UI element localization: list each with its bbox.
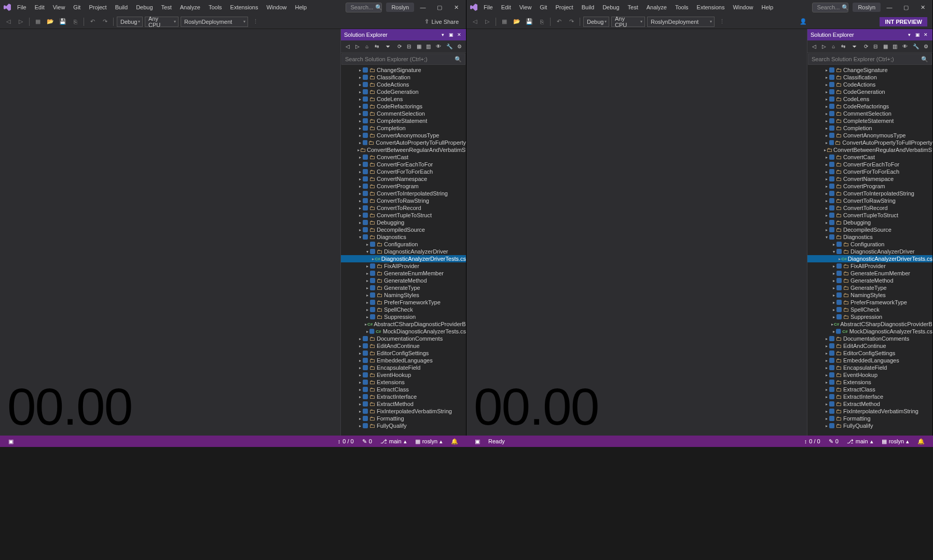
menu-help[interactable]: Help [292, 3, 311, 12]
expand-chevron-icon[interactable]: ▸ [831, 300, 836, 305]
expand-chevron-icon[interactable]: ▸ [824, 213, 829, 218]
tree-file[interactable]: ▸C#DiagnosticAnalyzerDriverTests.cs [341, 255, 466, 262]
menu-test[interactable]: Test [158, 3, 175, 12]
tree-folder[interactable]: ▸🗀ConvertAutoPropertyToFullProperty [341, 139, 466, 146]
menu-help[interactable]: Help [758, 3, 777, 12]
expand-chevron-icon[interactable]: ▸ [358, 220, 363, 225]
tree-folder[interactable]: ▸🗀ConvertForEachToFor [807, 161, 932, 168]
tree-file[interactable]: ▸C#AbstractCSharpDiagnosticProviderBased… [807, 320, 932, 328]
expand-chevron-icon[interactable]: ▸ [824, 90, 829, 94]
platform-dropdown[interactable]: Any CPU [145, 17, 179, 27]
expand-chevron-icon[interactable]: ▸ [831, 264, 836, 269]
tree-folder[interactable]: ▸🗀FixInterpolatedVerbatimString [341, 408, 466, 415]
expand-chevron-icon[interactable]: ▸ [824, 344, 829, 348]
tree-folder[interactable]: ▸🗀FixInterpolatedVerbatimString [807, 408, 932, 415]
tree-folder[interactable]: ▸🗀DocumentationComments [341, 335, 466, 342]
menu-window[interactable]: Window [263, 3, 290, 12]
expand-chevron-icon[interactable]: ▸ [365, 300, 370, 305]
menu-extensions[interactable]: Extensions [227, 3, 262, 12]
tree-folder[interactable]: ▸🗀Completion [341, 124, 466, 132]
branch-indicator[interactable]: ⎇ main ▴ [843, 438, 877, 445]
tree-file[interactable]: ▸C#MockDiagnosticAnalyzerTests.cs [807, 328, 932, 335]
expand-chevron-icon[interactable]: ▸ [358, 97, 363, 102]
back-icon[interactable]: ◁ [809, 42, 819, 51]
tree-folder[interactable]: ▸🗀GenerateMethod [341, 277, 466, 284]
expand-chevron-icon[interactable]: ▸ [831, 286, 836, 290]
fwd-icon[interactable]: ▷ [353, 42, 362, 51]
tree-folder[interactable]: ▸🗀Formatting [341, 415, 466, 422]
overflow-button[interactable]: ⋮ [717, 17, 727, 27]
tree-folder[interactable]: ▸🗀Classification [807, 74, 932, 81]
expand-chevron-icon[interactable]: ▸ [824, 387, 829, 392]
expand-chevron-icon[interactable]: ▸ [358, 344, 363, 348]
expand-chevron-icon[interactable]: ▸ [831, 271, 836, 276]
tree-folder[interactable]: ▸🗀CompleteStatement [807, 117, 932, 124]
pin-icon[interactable]: ▣ [447, 31, 455, 38]
tree-folder[interactable]: ▸🗀EditorConfigSettings [341, 349, 466, 357]
expand-chevron-icon[interactable]: ▸ [824, 366, 829, 370]
collapse-icon[interactable]: ⊟ [871, 42, 880, 51]
back-button[interactable]: ◁ [470, 17, 480, 27]
new-project-button[interactable]: ▦ [499, 17, 510, 27]
menu-build[interactable]: Build [578, 3, 598, 12]
tree-folder[interactable]: ▸🗀Extensions [807, 379, 932, 386]
tree-folder[interactable]: ▸🗀CommentSelection [341, 110, 466, 117]
overflow-button[interactable]: ⋮ [250, 17, 260, 27]
expand-chevron-icon[interactable]: ▸ [358, 387, 363, 392]
expand-chevron-icon[interactable]: ▸ [824, 68, 829, 73]
settings-icon[interactable]: ⚙ [455, 42, 464, 51]
tree-folder[interactable]: ▸🗀EmbeddedLanguages [341, 357, 466, 364]
platform-dropdown[interactable]: Any CPU [611, 17, 645, 27]
tree-folder[interactable]: ▸🗀EncapsulateField [807, 364, 932, 371]
dropdown-icon[interactable]: ▾ [439, 31, 446, 38]
tree-folder[interactable]: ▸🗀CodeRefactorings [807, 103, 932, 110]
expand-chevron-icon[interactable]: ▸ [824, 358, 829, 363]
title-search[interactable]: Search...🔍 [812, 3, 848, 12]
tree-folder[interactable]: ▸🗀NamingStyles [807, 291, 932, 299]
tree-folder[interactable]: ▸🗀ConvertAutoPropertyToFullProperty [807, 139, 932, 146]
tree-folder[interactable]: ▸🗀EmbeddedLanguages [807, 357, 932, 364]
tree-folder[interactable]: ▾🗀Diagnostics [341, 233, 466, 241]
expand-chevron-icon[interactable]: ▾ [358, 235, 363, 240]
filter-icon[interactable]: ⏷ [850, 42, 859, 51]
expand-chevron-icon[interactable]: ▸ [358, 228, 363, 232]
tree-folder[interactable]: ▸🗀ConvertForToForEach [341, 168, 466, 175]
expand-chevron-icon[interactable]: ▸ [358, 337, 363, 341]
expand-chevron-icon[interactable]: ▸ [358, 104, 363, 109]
expand-chevron-icon[interactable]: ▸ [824, 373, 829, 377]
expand-chevron-icon[interactable]: ▸ [824, 148, 826, 152]
expand-chevron-icon[interactable]: ▸ [358, 141, 363, 145]
expand-chevron-icon[interactable]: ▸ [365, 293, 370, 298]
expand-chevron-icon[interactable]: ▸ [358, 111, 363, 116]
expand-chevron-icon[interactable]: ▸ [824, 97, 829, 102]
expand-chevron-icon[interactable]: ▸ [824, 199, 829, 203]
output-icon[interactable]: ▣ [471, 438, 484, 445]
menu-window[interactable]: Window [729, 3, 757, 12]
tree-folder[interactable]: ▸🗀CodeActions [807, 81, 932, 88]
settings-icon[interactable]: ⚙ [921, 42, 930, 51]
tree-folder[interactable]: ▸🗀Configuration [341, 241, 466, 248]
expand-chevron-icon[interactable]: ▸ [365, 271, 370, 276]
tree-folder[interactable]: ▾🗀DiagnosticAnalyzerDriver [341, 248, 466, 255]
tree-folder[interactable]: ▸🗀ConvertProgram [807, 183, 932, 190]
expand-chevron-icon[interactable]: ▸ [358, 177, 363, 181]
expand-chevron-icon[interactable]: ▾ [365, 249, 370, 254]
tree-file[interactable]: ▸C#DiagnosticAnalyzerDriverTests.cs [807, 255, 932, 262]
expand-chevron-icon[interactable]: ▸ [365, 322, 367, 327]
tree-folder[interactable]: ▸🗀EditAndContinue [807, 342, 932, 349]
menu-analyze[interactable]: Analyze [643, 3, 670, 12]
expand-chevron-icon[interactable]: ▸ [358, 416, 363, 421]
expand-chevron-icon[interactable]: ▸ [365, 329, 369, 334]
editor-area[interactable]: 00.00 [0, 29, 340, 436]
expand-chevron-icon[interactable]: ▸ [824, 191, 829, 196]
show-all-icon[interactable]: ▦ [414, 42, 423, 51]
menu-debug[interactable]: Debug [132, 3, 156, 12]
menu-project[interactable]: Project [85, 3, 110, 12]
collapse-icon[interactable]: ⊟ [404, 42, 414, 51]
tree-folder[interactable]: ▸🗀CodeLens [807, 95, 932, 103]
tree-folder[interactable]: ▸🗀ConvertToInterpolatedString [807, 190, 932, 197]
expand-chevron-icon[interactable]: ▸ [824, 380, 829, 385]
solution-search[interactable]: Search Solution Explorer (Ctrl+;)🔍 [808, 53, 932, 65]
open-button[interactable]: 📂 [45, 17, 56, 27]
maximize-button[interactable]: ▢ [898, 2, 914, 12]
